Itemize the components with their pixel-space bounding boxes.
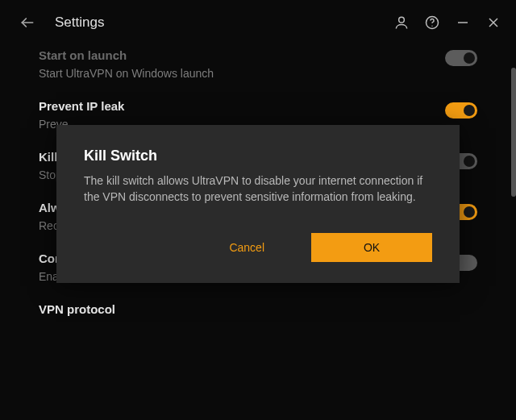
modal-title: Kill Switch: [84, 148, 432, 164]
cancel-button[interactable]: Cancel: [210, 233, 284, 262]
kill-switch-modal: Kill Switch The kill switch allows Ultra…: [56, 125, 460, 283]
modal-backdrop: Kill Switch The kill switch allows Ultra…: [0, 0, 516, 420]
ok-button[interactable]: OK: [311, 233, 432, 262]
modal-actions: Cancel OK: [84, 233, 432, 262]
modal-text: The kill switch allows UltraVPN to disab…: [84, 173, 432, 206]
